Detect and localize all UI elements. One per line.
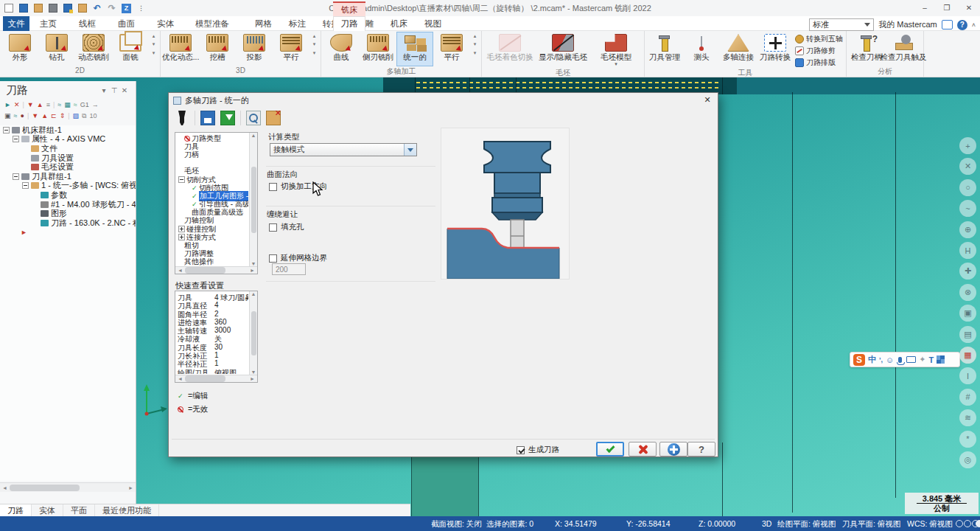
help-button[interactable]: ? (687, 442, 715, 457)
print-icon[interactable] (47, 3, 58, 14)
ribbon-button-动态铣削[interactable]: 动态铣削 (75, 32, 112, 66)
view-selector-icon[interactable] (246, 111, 261, 125)
voice-input-icon[interactable] (898, 357, 902, 363)
panel-tool-icon[interactable]: ▣ (4, 112, 11, 119)
save-edit-icon[interactable] (62, 3, 73, 14)
scroll-left-icon[interactable]: ◄ (175, 268, 185, 273)
tab-机床[interactable]: 机床 (386, 16, 412, 31)
panel-tool-icon[interactable]: ▦ (64, 101, 71, 108)
group-spinner[interactable]: ▴▾▾ (309, 32, 319, 66)
expand-toggle[interactable] (178, 226, 185, 232)
side-button-stock-display[interactable]: ▦ (959, 347, 976, 364)
panel-menu-icon[interactable]: ▾ (99, 86, 109, 94)
panel-tool-icon[interactable]: ► (4, 101, 11, 108)
side-button-stack-view[interactable]: ▤ (959, 326, 976, 343)
side-button-circle-select[interactable]: ○ (959, 179, 976, 196)
ribbon-button-刀具管理[interactable]: 刀具管理 (646, 32, 683, 68)
group-spinner[interactable]: ▴▾▾ (470, 32, 480, 66)
dialog-close-button[interactable]: ✕ (701, 95, 713, 105)
dialog-tree-item-其他操作[interactable]: 其他操作 (177, 258, 248, 266)
tree-horizontal-scrollbar[interactable]: ◄ ► (175, 266, 257, 274)
ribbon-button-面铣[interactable]: 面铣 (112, 32, 149, 66)
pin-icon[interactable]: ⊤ (109, 86, 119, 94)
panel-tool-icon[interactable]: ▼ (32, 112, 38, 119)
ribbon-small-button-刀路修剪[interactable]: 刀路修剪 (795, 46, 843, 56)
panel-tool-icon[interactable]: | (22, 101, 24, 108)
side-button-grid[interactable]: # (959, 389, 976, 406)
ribbon-button-显示/隐藏毛坯[interactable]: 显示/隐藏毛坯 (536, 32, 589, 68)
tree-vertical-scrollbar[interactable]: ▲ ▼ (249, 133, 257, 266)
tree-item-属性 - 4[interactable]: 属性 - 4 - AXIS VMC (0, 135, 136, 145)
tree-item-1 - 统一[interactable]: 1 - 统一-多轴 - [WCS: 俯视图] - [刀 (0, 181, 136, 191)
shading-icon[interactable] (976, 520, 980, 527)
panel-tool-icon[interactable]: ▲ (41, 112, 48, 119)
punctuation-icon[interactable]: ’, (879, 356, 883, 364)
scroll-right-icon[interactable]: ► (248, 376, 257, 381)
toolbox-icon[interactable] (937, 355, 945, 364)
panel-tool-icon[interactable]: ≈ (74, 101, 77, 108)
scroll-right-icon[interactable]: ► (248, 268, 257, 273)
dialog-titlebar[interactable]: 多轴刀路 - 统一的 ✕ (169, 93, 718, 108)
soft-keyboard-icon[interactable] (906, 356, 916, 363)
panel-tool-icon[interactable]: ▨ (73, 112, 80, 119)
calc-type-dropdown[interactable]: 接触模式 (270, 143, 417, 156)
extend-mesh-value-input[interactable]: 200 (272, 263, 306, 275)
panel-tool-icon[interactable]: ▲ (37, 101, 43, 108)
status-7[interactable]: 刀具平面: 俯视图 (842, 519, 900, 530)
scroll-down-icon[interactable]: ▼ (249, 261, 259, 266)
side-button-zoom-fit[interactable]: + (959, 137, 976, 154)
ribbon-small-button-转换到五轴[interactable]: 转换到五轴 (795, 34, 843, 44)
panel-tab-最近使用功能[interactable]: 最近使用功能 (95, 504, 159, 516)
panel-tool-icon[interactable]: ▼ (27, 101, 34, 108)
side-button-settings-gear[interactable]: * (959, 431, 976, 448)
ribbon-button-检查刀具触及[interactable]: 检查刀具触及 (885, 32, 922, 66)
save-parameters-icon[interactable] (200, 111, 215, 125)
apply-button[interactable] (659, 442, 687, 457)
panel-tab-实体[interactable]: 实体 (32, 504, 63, 516)
tab-文件[interactable]: 文件 (3, 16, 29, 31)
save-as-defaults-icon[interactable] (220, 111, 235, 125)
gview-icon[interactable] (956, 520, 963, 527)
redo-icon[interactable]: ↷ (106, 3, 117, 14)
side-button-section-view[interactable]: ◎ (959, 451, 976, 468)
panel-tool-icon[interactable]: | (68, 112, 69, 119)
hand-input-icon[interactable]: ✦ (919, 355, 925, 364)
panel-tool-icon[interactable]: ⧉ (82, 112, 86, 119)
ribbon-button-毛坯模型[interactable]: 毛坯模型▾ (589, 32, 643, 68)
feedback-icon[interactable] (942, 20, 953, 30)
scroll-right-icon[interactable]: ► (126, 485, 136, 490)
ribbon-button-平行[interactable]: 平行 (273, 32, 309, 66)
checkbox-icon[interactable] (269, 183, 277, 191)
tab-曲面[interactable]: 曲面 (113, 16, 139, 31)
scroll-up-icon[interactable]: ▲ (249, 291, 259, 296)
collapse-ribbon-icon[interactable]: ˄ (972, 21, 976, 29)
status-8[interactable]: WCS: 俯视图 (907, 519, 953, 530)
panel-tool-icon[interactable]: ⊏ (51, 112, 57, 119)
ribbon-button-统一的[interactable]: 统一的 (396, 32, 433, 66)
status-6[interactable]: 绘图平面: 俯视图 (777, 519, 836, 530)
expand-toggle[interactable] (3, 127, 10, 133)
side-button-fit-width[interactable]: H (959, 242, 976, 259)
sogou-logo-icon[interactable]: S (853, 354, 865, 366)
panel-tool-icon[interactable]: ≈ (14, 112, 18, 119)
side-button-wheel-select[interactable]: ⊕ (959, 221, 976, 238)
scroll-down-icon[interactable]: ▼ (249, 369, 259, 375)
close-button[interactable]: ✕ (958, 0, 980, 15)
tool-preview-icon[interactable] (175, 111, 189, 125)
save-icon[interactable] (18, 3, 29, 14)
ribbon-button-投影[interactable]: 投影 (236, 32, 273, 66)
ribbon-button-挖槽[interactable]: 挖槽 (199, 32, 236, 66)
ribbon-button-多轴连接[interactable]: 多轴连接 (720, 32, 757, 68)
tab-标注[interactable]: 标注 (284, 16, 310, 31)
ribbon-button-优化动态...[interactable]: 优化动态... (162, 32, 199, 66)
restore-button[interactable]: ❐ (936, 0, 958, 15)
panel-horizontal-scrollbar[interactable]: ◄ ► (0, 482, 136, 492)
expand-toggle[interactable] (22, 182, 29, 189)
scroll-thumb[interactable] (10, 485, 80, 491)
generate-toolpath-checkbox[interactable]: 生成刀路 (517, 445, 559, 455)
scroll-left-icon[interactable]: ◄ (0, 485, 10, 490)
ribbon-button-测头[interactable]: 测头 (683, 32, 720, 68)
expand-toggle[interactable] (13, 173, 19, 180)
emoji-icon[interactable]: ☺ (886, 355, 894, 364)
expand-toggle[interactable] (178, 176, 185, 183)
